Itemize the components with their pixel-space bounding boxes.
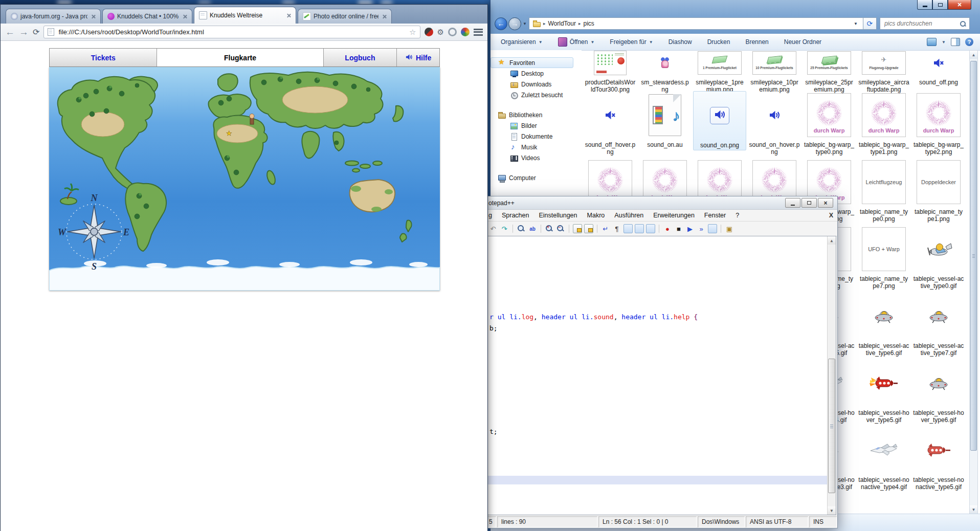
file-item[interactable]: ✈Flugzeug-Upgradesmileyplace_aircraftupd… [857, 49, 910, 94]
zoom-in-icon[interactable]: + [545, 224, 554, 233]
word-wrap-icon[interactable]: ↵ [601, 224, 610, 233]
address-dropdown-icon[interactable]: ▼ [854, 21, 858, 26]
file-item[interactable]: durch Warptablepic_bg-warp_type0.png [803, 91, 856, 157]
scroll-up-icon[interactable]: ▲ [970, 51, 977, 59]
file-item[interactable]: tablepic_vessel-active_type7.gif [912, 292, 965, 358]
url-input[interactable] [57, 28, 406, 36]
sidebar-item-desktop[interactable]: Desktop [491, 68, 582, 79]
history-dropdown-icon[interactable]: ▼ [523, 21, 527, 26]
minimize-button[interactable] [917, 0, 932, 10]
file-item[interactable]: tablepic_vessel-hover_type5.gif [857, 359, 910, 425]
extension-red-icon[interactable] [425, 28, 433, 36]
code-editor[interactable]: r ul li.log, header ul li.sound, header … [485, 236, 836, 515]
run-multiple-icon[interactable]: » [697, 224, 706, 233]
sidebar-item-bibliotheken[interactable]: Bibliotheken [491, 109, 582, 120]
colorwheel-icon[interactable] [461, 28, 470, 36]
sidebar-item-videos[interactable]: Videos [491, 152, 582, 163]
restore-button[interactable] [801, 198, 817, 208]
menu-item-sprachen[interactable]: Sprachen [502, 212, 529, 219]
toolbar-neuer-ordner[interactable]: Neuer Ordner [784, 38, 821, 46]
file-item[interactable]: durch Warptablepic_bg-warp_type2.png [912, 91, 965, 157]
doc-map-icon[interactable] [646, 224, 655, 233]
sidebar-item-favoriten[interactable]: Favoriten [491, 57, 573, 68]
page-nav-hilfe[interactable]: Hilfe [397, 49, 439, 67]
menu-item-g[interactable]: g [488, 212, 492, 219]
page-nav-tickets[interactable]: Tickets [50, 49, 157, 67]
file-item[interactable]: tablepic_vessel-active_type6.gif [857, 292, 910, 358]
menu-item-makro[interactable]: Makro [587, 212, 605, 219]
world-map[interactable]: N E S W ★ [49, 67, 440, 291]
forward-icon[interactable]: → [19, 27, 29, 37]
menu-item-einstellungen[interactable]: Einstellungen [539, 212, 577, 219]
record-macro-icon[interactable]: ● [663, 224, 672, 233]
show-all-chars-icon[interactable] [623, 224, 633, 233]
browser-tab[interactable]: java-forum.org - Java prog [6, 9, 101, 24]
file-item[interactable]: tablepic_vessel-nonactive_type5.gif [912, 426, 965, 492]
file-item[interactable]: 25 Premium-Flugticketssmileyplace_25prem… [803, 49, 856, 94]
menu-item-?[interactable]: ? [736, 212, 739, 219]
menu-icon[interactable] [474, 29, 483, 36]
toolbar-öffnen[interactable]: Öffnen▼ [558, 37, 595, 47]
stop-macro-icon[interactable]: ■ [674, 224, 683, 233]
file-item[interactable]: tablepic_vessel-active_type0.gif [912, 225, 965, 291]
scroll-down-icon[interactable]: ▼ [828, 506, 836, 515]
close-button[interactable]: ✕ [948, 0, 971, 10]
browser-tab[interactable]: Photo editor online / free [298, 9, 392, 24]
toolbar-diashow[interactable]: Diashow [669, 38, 692, 46]
page-nav-logbuch[interactable]: Logbuch [324, 49, 397, 67]
sidebar-item-bilder[interactable]: Bilder [491, 120, 582, 131]
address-bar[interactable]: ▸ WorldTour ▸ pics ▼ [529, 17, 863, 30]
file-item[interactable]: productDetailsWorldTour300.png [584, 49, 637, 94]
file-item[interactable]: Leichtflugzeugtablepic_name_type0.png [857, 158, 910, 224]
file-item[interactable]: 1 Premium-Flugticketsmileyplace_1premium… [693, 49, 746, 94]
search-box[interactable] [880, 17, 970, 30]
open-folder-icon[interactable]: ▣ [725, 224, 734, 233]
play-macro-icon[interactable]: ▶ [685, 224, 695, 233]
tab-close-icon[interactable] [182, 13, 188, 20]
toolbar-brennen[interactable]: Brennen [745, 38, 768, 46]
search-input[interactable] [883, 19, 960, 28]
minimize-button[interactable] [785, 198, 800, 208]
undo-icon[interactable]: ↶ [488, 224, 498, 233]
toolbar-freigeben-für[interactable]: Freigeben für▼ [610, 38, 653, 46]
file-item[interactable]: durch Warptablepic_bg-warp_type1.png [857, 91, 910, 157]
refresh-button[interactable]: ⟳ [863, 17, 877, 30]
reload-icon[interactable]: ⟳ [33, 27, 39, 37]
close-button[interactable]: × [818, 198, 833, 208]
page-nav-flugkarte[interactable]: Flugkarte [157, 49, 323, 67]
editor-scrollbar[interactable]: ▲ ▼ [827, 236, 836, 515]
file-item[interactable]: tablepic_vessel-nonactive_type4.gif [857, 426, 910, 492]
sync-scroll2-icon[interactable] [584, 224, 593, 233]
sync-scroll-icon[interactable] [573, 224, 582, 233]
breadcrumb-current[interactable]: pics [583, 20, 594, 27]
replace-icon[interactable]: ab [528, 224, 537, 233]
preview-pane-icon[interactable] [951, 38, 960, 46]
breadcrumb-root[interactable]: WorldTour [548, 20, 575, 27]
view-dropdown-icon[interactable]: ▼ [942, 40, 946, 45]
sidebar-item-dokumente[interactable]: Dokumente [491, 131, 582, 142]
notepad-titlebar[interactable]: otepad++ × [484, 196, 837, 210]
menu-item-fenster[interactable]: Fenster [704, 212, 726, 219]
file-item[interactable]: Doppeldeckertablepic_name_type1.png [912, 158, 965, 224]
file-item[interactable]: UFO + Warptablepic_name_type7.png [857, 225, 910, 291]
omnibox[interactable]: ☆ [43, 26, 420, 38]
sidebar-item-downloads[interactable]: Downloads [491, 79, 582, 90]
maximize-button[interactable] [932, 0, 948, 10]
save-macro-icon[interactable] [708, 224, 717, 233]
gear-icon[interactable]: ⚙ [437, 28, 444, 36]
file-item[interactable]: ♪sound_on.au [638, 91, 692, 149]
scroll-down-icon[interactable]: ▼ [970, 505, 977, 514]
file-item[interactable]: tablepic_vessel-hover_type6.gif [912, 359, 965, 425]
browser-tab[interactable]: Knuddels Weltreise [194, 7, 296, 24]
file-item[interactable]: sound_off_hover.png [584, 91, 637, 157]
explorer-scrollbar-thumb[interactable] [970, 61, 977, 451]
back-button[interactable]: ← [495, 17, 507, 30]
scroll-up-icon[interactable]: ▲ [828, 236, 836, 245]
browser-tab[interactable]: Knuddels Chat • 100% kos [102, 9, 192, 24]
sidebar-item-zuletzt-besucht[interactable]: Zuletzt besucht [491, 90, 582, 100]
file-item[interactable]: sound_on_hover.png [748, 91, 801, 157]
change-view-icon[interactable] [927, 38, 937, 46]
sidebar-item-computer[interactable]: Computer [491, 172, 582, 183]
sidebar-item-musik[interactable]: Musik [491, 142, 582, 152]
tab-close-icon[interactable] [90, 13, 97, 20]
